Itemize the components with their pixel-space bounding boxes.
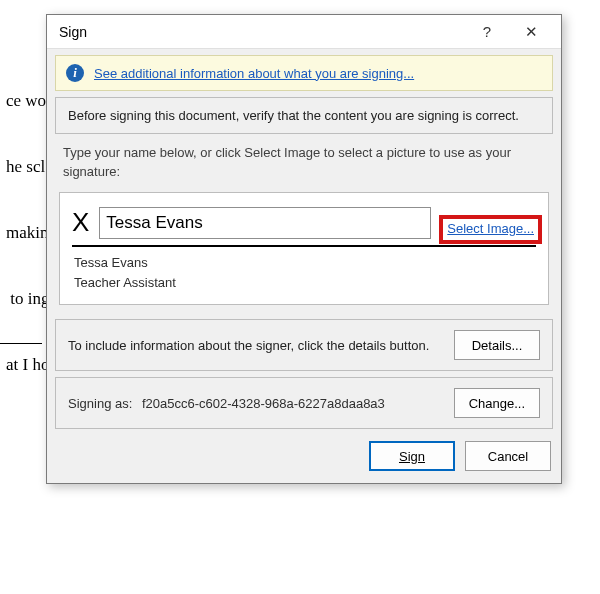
signing-as-panel: Signing as: f20a5cc6-c602-4328-968a-6227… (55, 377, 553, 429)
signature-name-input[interactable] (99, 207, 431, 239)
info-banner: i See additional information about what … (55, 55, 553, 91)
details-button[interactable]: Details... (454, 330, 540, 360)
signature-x-label: X (72, 207, 89, 238)
signature-box: X Select Image... Tessa Evans Teacher As… (59, 192, 549, 306)
change-button[interactable]: Change... (454, 388, 540, 418)
sign-button[interactable]: Sign (369, 441, 455, 471)
close-icon: ✕ (525, 23, 538, 41)
cancel-button[interactable]: Cancel (465, 441, 551, 471)
signing-as-value: f20a5cc6-c602-4328-968a-6227a8daa8a3 (142, 396, 385, 411)
dialog-title: Sign (59, 24, 87, 40)
verify-text: Before signing this document, verify tha… (68, 108, 519, 123)
signer-details: Tessa Evans Teacher Assistant (72, 247, 536, 295)
select-image-highlight: Select Image... (439, 215, 542, 244)
type-instruction: Type your name below, or click Select Im… (59, 140, 549, 192)
info-link[interactable]: See additional information about what yo… (94, 66, 414, 81)
dialog-footer: Sign Cancel (47, 435, 561, 483)
help-icon: ? (483, 23, 491, 40)
titlebar: Sign ? ✕ (47, 15, 561, 49)
details-text: To include information about the signer,… (68, 338, 444, 353)
signer-title: Teacher Assistant (74, 273, 534, 294)
help-button[interactable]: ? (465, 17, 509, 47)
details-panel: To include information about the signer,… (55, 319, 553, 371)
sign-dialog: Sign ? ✕ i See additional information ab… (46, 14, 562, 484)
select-image-link[interactable]: Select Image... (447, 221, 534, 236)
signer-name: Tessa Evans (74, 253, 534, 274)
verify-panel: Before signing this document, verify tha… (55, 97, 553, 134)
signing-as-label: Signing as: (68, 396, 132, 411)
document-rule (0, 343, 42, 344)
info-icon: i (66, 64, 84, 82)
close-button[interactable]: ✕ (509, 17, 553, 47)
signature-area: Type your name below, or click Select Im… (55, 140, 553, 313)
